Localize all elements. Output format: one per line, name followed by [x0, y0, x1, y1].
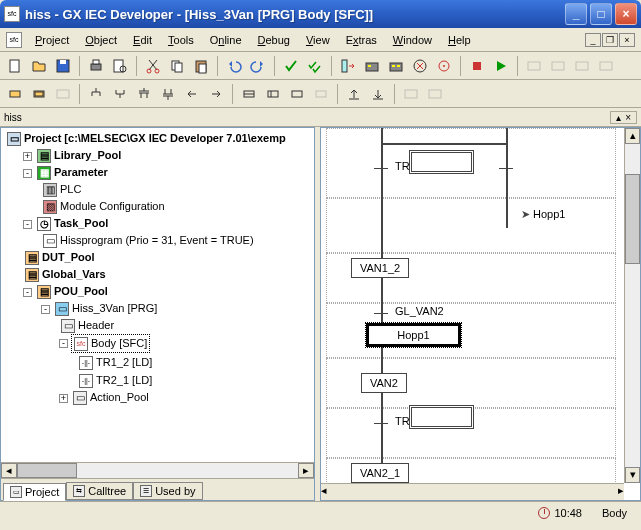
tree-body-sfc-selected[interactable]: sfcBody [SFC] [71, 334, 150, 353]
sfc-step-van2_1[interactable]: VAN2_1 [351, 463, 409, 483]
sfc-trans-button[interactable] [286, 83, 308, 105]
sfc-tr2_1-box[interactable] [409, 405, 474, 429]
menu-view[interactable]: View [299, 31, 337, 49]
copy-button[interactable] [166, 55, 188, 77]
open-button[interactable] [28, 55, 50, 77]
online-change-button[interactable] [409, 55, 431, 77]
menu-help[interactable]: Help [441, 31, 478, 49]
scroll-down-icon[interactable]: ▾ [625, 467, 640, 483]
sfc-step-van2[interactable]: VAN2 [361, 373, 407, 393]
sfc-step-van1_2[interactable]: VAN1_2 [351, 258, 409, 278]
sfc-jump-left-button[interactable] [181, 83, 203, 105]
menu-debug[interactable]: Debug [251, 31, 297, 49]
expand-body[interactable]: - [59, 339, 68, 348]
scroll-up-icon[interactable]: ▴ [625, 128, 640, 144]
tab-project[interactable]: ▭Project [3, 483, 66, 501]
sfc-transition[interactable] [374, 423, 388, 424]
tree-hiss-3van[interactable]: Hiss_3Van [PRG] [72, 300, 157, 317]
stop-button[interactable] [466, 55, 488, 77]
expand-task[interactable]: - [23, 220, 32, 229]
dock-pin-icon[interactable]: ▴ [614, 112, 623, 123]
tree-task-pool[interactable]: Task_Pool [54, 215, 108, 232]
undo-button[interactable] [223, 55, 245, 77]
scroll-thumb[interactable] [625, 174, 640, 264]
sfc-par-start-button[interactable] [133, 83, 155, 105]
sfc-seq-end-button[interactable] [109, 83, 131, 105]
monitor-button[interactable] [433, 55, 455, 77]
scroll-track[interactable] [77, 463, 298, 478]
menu-window[interactable]: Window [386, 31, 439, 49]
print-preview-button[interactable] [109, 55, 131, 77]
editor-hscrollbar[interactable]: ◂ ▸ [321, 483, 624, 500]
expand-lib[interactable]: + [23, 152, 32, 161]
transfer-button[interactable] [337, 55, 359, 77]
mdi-restore-button[interactable]: ❐ [602, 33, 618, 47]
scroll-right-icon[interactable]: ▸ [618, 484, 624, 500]
tab-calltree[interactable]: ⇆Calltree [66, 482, 133, 500]
sfc-par-end-button[interactable] [157, 83, 179, 105]
sfc-jump-right-button[interactable] [205, 83, 227, 105]
menu-object[interactable]: Object [78, 31, 124, 49]
menu-tools[interactable]: Tools [161, 31, 201, 49]
scroll-track[interactable] [625, 144, 640, 467]
check-button[interactable] [280, 55, 302, 77]
menu-edit[interactable]: Edit [126, 31, 159, 49]
scroll-left-icon[interactable]: ◂ [1, 463, 17, 478]
tree-pou-pool[interactable]: POU_Pool [54, 283, 108, 300]
cut-button[interactable] [142, 55, 164, 77]
sfc-zoom-button[interactable] [238, 83, 260, 105]
check-all-button[interactable] [304, 55, 326, 77]
sfc-upload-button[interactable] [343, 83, 365, 105]
sfc-editor[interactable]: TR1_2 Hopp1 VAN1_2 GL_VAN2 Hopp1 VAN2 TR… [320, 127, 641, 501]
run-button[interactable] [490, 55, 512, 77]
scroll-right-icon[interactable]: ▸ [298, 463, 314, 478]
menu-project[interactable]: Project [28, 31, 76, 49]
tree-tr2-1[interactable]: TR2_1 [LD] [96, 372, 152, 389]
tree-lib-pool[interactable]: Library_Pool [54, 147, 121, 164]
scroll-track[interactable] [327, 484, 618, 500]
scroll-thumb[interactable] [17, 463, 77, 478]
sfc-action-button[interactable] [262, 83, 284, 105]
tab-usedby[interactable]: ☰Used by [133, 482, 202, 500]
redo-button[interactable] [247, 55, 269, 77]
sfc-seq-start-button[interactable] [85, 83, 107, 105]
sfc-jump-hopp1[interactable]: Hopp1 [521, 208, 565, 221]
tree-header[interactable]: Header [78, 317, 114, 334]
tree-hissprogram[interactable]: Hissprogram (Prio = 31, Event = TRUE) [60, 232, 254, 249]
build-button[interactable] [361, 55, 383, 77]
tree-dut-pool[interactable]: DUT_Pool [42, 249, 95, 266]
paste-button[interactable] [190, 55, 212, 77]
new-button[interactable] [4, 55, 26, 77]
sfc-initstep-button[interactable] [28, 83, 50, 105]
expand-pou[interactable]: - [23, 288, 32, 297]
sfc-transition[interactable] [499, 168, 513, 169]
expand-action[interactable]: + [59, 394, 68, 403]
sfc-download-button[interactable] [367, 83, 389, 105]
dock-close-icon[interactable]: × [623, 112, 633, 123]
save-button[interactable] [52, 55, 74, 77]
sfc-gl_van2[interactable]: GL_VAN2 [395, 305, 444, 317]
editor-vscrollbar[interactable]: ▴ ▾ [624, 128, 640, 483]
expand-param[interactable]: - [23, 169, 32, 178]
rebuild-button[interactable] [385, 55, 407, 77]
sfc-tr1_2-box[interactable] [409, 150, 474, 174]
print-button[interactable] [85, 55, 107, 77]
menu-online[interactable]: Online [203, 31, 249, 49]
mdi-minimize-button[interactable]: _ [585, 33, 601, 47]
tree-root[interactable]: Project [c:\MELSEC\GX IEC Developer 7.01… [24, 130, 286, 147]
tree-global-vars[interactable]: Global_Vars [42, 266, 106, 283]
tree-plc[interactable]: PLC [60, 181, 81, 198]
tree-tr1-2[interactable]: TR1_2 [LD] [96, 354, 152, 371]
sfc-transition[interactable] [374, 168, 388, 169]
menu-extras[interactable]: Extras [339, 31, 384, 49]
window-close-button[interactable]: × [615, 3, 637, 25]
tree-action-pool[interactable]: Action_Pool [90, 389, 149, 406]
tree-hscrollbar[interactable]: ◂ ▸ [1, 462, 314, 478]
window-maximize-button[interactable]: □ [590, 3, 612, 25]
mdi-close-button[interactable]: × [619, 33, 635, 47]
tree-parameter[interactable]: Parameter [54, 164, 108, 181]
project-tree[interactable]: ▭Project [c:\MELSEC\GX IEC Developer 7.0… [1, 128, 314, 462]
sfc-hopp1-selected[interactable]: Hopp1 [366, 323, 461, 347]
window-minimize-button[interactable]: _ [565, 3, 587, 25]
expand-hiss3van[interactable]: - [41, 305, 50, 314]
